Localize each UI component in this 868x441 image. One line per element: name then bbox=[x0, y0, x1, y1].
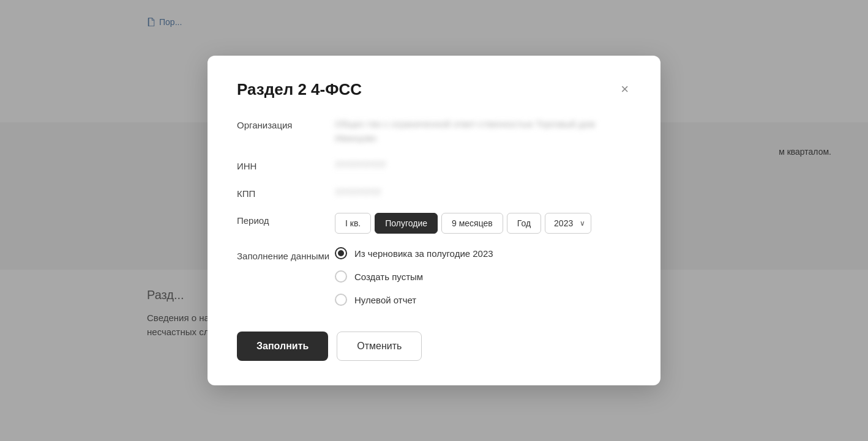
inn-label: ИНН bbox=[237, 158, 335, 171]
kpp-value: 777777777 bbox=[335, 186, 381, 200]
fill-data-label: Заполнение данными bbox=[237, 247, 335, 262]
radio-empty-circle bbox=[335, 270, 347, 283]
radio-zero-label: Нулевой отчет bbox=[354, 295, 416, 305]
organization-row: Организация Общес-тво с ограниченной отв… bbox=[237, 117, 631, 145]
radio-draft-label: Из черновика за полугодие 2023 bbox=[354, 248, 493, 259]
fill-data-row: Заполнение данными Из черновика за полуг… bbox=[237, 247, 631, 306]
modal-title: Раздел 2 4-ФСС bbox=[237, 80, 362, 99]
year-select-wrapper: 2021202220232024 bbox=[545, 213, 591, 234]
radio-empty-option[interactable]: Создать пустым bbox=[335, 270, 493, 283]
modal-dialog: Раздел 2 4-ФСС × Организация Общес-тво с… bbox=[208, 56, 660, 385]
year-select[interactable]: 2021202220232024 bbox=[545, 213, 591, 234]
modal-footer: Заполнить Отменить bbox=[237, 332, 631, 361]
period-half-button[interactable]: Полугодие bbox=[375, 213, 438, 234]
organization-label: Организация bbox=[237, 117, 335, 130]
period-label: Период bbox=[237, 213, 335, 226]
period-group: I кв. Полугодие 9 месяцев Год 2021202220… bbox=[335, 213, 591, 234]
period-row: Период I кв. Полугодие 9 месяцев Год 202… bbox=[237, 213, 631, 234]
radio-zero-option[interactable]: Нулевой отчет bbox=[335, 294, 493, 306]
kpp-row: КПП 777777777 bbox=[237, 186, 631, 200]
close-button[interactable]: × bbox=[618, 80, 631, 98]
inn-value: 7777777777 bbox=[335, 158, 386, 172]
modal-header: Раздел 2 4-ФСС × bbox=[237, 80, 631, 99]
kpp-label: КПП bbox=[237, 186, 335, 199]
radio-empty-label: Создать пустым bbox=[354, 272, 423, 282]
inn-row: ИНН 7777777777 bbox=[237, 158, 631, 172]
radio-draft-circle bbox=[335, 247, 347, 259]
period-year-button[interactable]: Год bbox=[507, 213, 541, 234]
radio-zero-circle bbox=[335, 294, 347, 306]
period-q1-button[interactable]: I кв. bbox=[335, 213, 371, 234]
submit-button[interactable]: Заполнить bbox=[237, 332, 328, 361]
radio-options-group: Из черновика за полугодие 2023 Создать п… bbox=[335, 247, 493, 306]
cancel-button[interactable]: Отменить bbox=[337, 332, 422, 361]
period-9m-button[interactable]: 9 месяцев bbox=[441, 213, 503, 234]
organization-value: Общес-тво с ограниченной ответ-ственност… bbox=[335, 117, 631, 145]
modal-overlay: Раздел 2 4-ФСС × Организация Общес-тво с… bbox=[0, 0, 868, 441]
radio-draft-option[interactable]: Из черновика за полугодие 2023 bbox=[335, 247, 493, 259]
